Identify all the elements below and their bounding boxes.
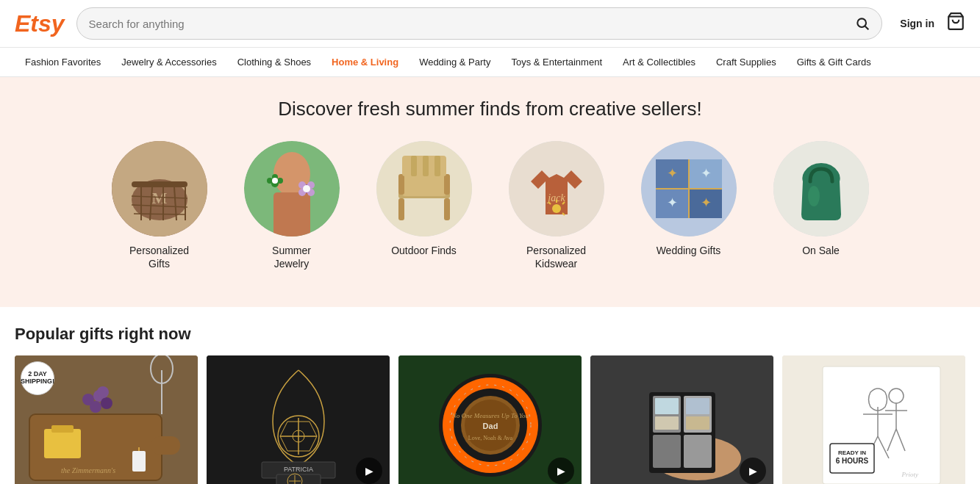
play-button-2[interactable]: ▶	[356, 458, 382, 484]
product-grid: the Zimmermann's 2 DAYSHIPPING!	[0, 355, 980, 484]
svg-rect-104	[684, 435, 712, 468]
svg-point-22	[272, 178, 278, 184]
popular-title: Popular gifts right now	[15, 325, 965, 344]
nav-fashion-favorites[interactable]: Fashion Favorites	[15, 48, 111, 76]
svg-rect-64	[151, 436, 180, 455]
nav-craft-supplies[interactable]: Craft Supplies	[706, 48, 787, 76]
svg-text:the Zimmermann's: the Zimmermann's	[61, 466, 115, 474]
categories-row: M PersonalizedGifts	[15, 141, 965, 292]
svg-text:Love, Noah & Ava: Love, Noah & Ava	[468, 435, 513, 441]
svg-point-71	[97, 386, 109, 398]
svg-text:No One Measures Up To You: No One Measures Up To You	[451, 412, 529, 419]
nav-wedding-party[interactable]: Wedding & Party	[409, 48, 501, 76]
svg-rect-34	[398, 174, 404, 195]
summer-jewelry-image	[244, 141, 340, 236]
svg-text:✦: ✦	[700, 195, 711, 210]
sign-in-button[interactable]: Sign in	[900, 18, 934, 29]
nav-art-collectibles[interactable]: Art & Collectibles	[612, 48, 706, 76]
category-circle-personalized: M	[112, 141, 207, 236]
svg-rect-31	[402, 174, 446, 196]
etsy-logo[interactable]: Etsy	[15, 10, 65, 37]
kidswear-image: jack	[509, 141, 604, 236]
category-circle-outdoor	[376, 141, 472, 236]
svg-rect-103	[653, 435, 681, 468]
category-circle-wedding: ✦ ✦ ✦ ✦	[641, 141, 737, 236]
product-card-3[interactable]: No One Measures Up To You Dad Love, Noah…	[398, 355, 582, 484]
svg-text:PATRICIA: PATRICIA	[284, 466, 313, 473]
svg-text:✦: ✦	[700, 166, 711, 181]
product-image-5: Prioty READY IN 6 HOURS	[782, 355, 965, 484]
search-input[interactable]	[89, 18, 856, 30]
svg-rect-108	[686, 416, 709, 430]
svg-point-69	[90, 401, 101, 413]
svg-text:✦: ✦	[666, 166, 677, 181]
category-personalized-kidswear[interactable]: jack PersonalizedKidswear	[509, 141, 604, 270]
cart-icon	[946, 12, 965, 31]
nav-gifts-gift-cards[interactable]: Gifts & Gift Cards	[787, 48, 881, 76]
svg-rect-38	[423, 156, 429, 176]
play-button-4[interactable]: ▶	[740, 458, 766, 484]
svg-point-42	[552, 204, 561, 213]
svg-rect-107	[686, 398, 709, 414]
play-button-3[interactable]: ▶	[548, 458, 574, 484]
svg-rect-35	[444, 174, 450, 195]
product-card-1[interactable]: the Zimmermann's 2 DAYSHIPPING!	[15, 355, 198, 484]
category-wedding-gifts[interactable]: ✦ ✦ ✦ ✦ Wedding Gifts	[641, 141, 737, 270]
svg-point-70	[101, 397, 112, 409]
svg-rect-72	[44, 429, 81, 458]
search-bar	[76, 7, 883, 40]
svg-text:Dad: Dad	[483, 422, 498, 430]
category-circle-jewelry	[244, 141, 340, 236]
cart-button[interactable]	[946, 12, 965, 35]
popular-section: Popular gifts right now	[0, 307, 980, 344]
svg-rect-75	[132, 451, 146, 472]
nav-home-living[interactable]: Home & Living	[321, 48, 409, 76]
banner-headline: Discover fresh summer finds from creativ…	[15, 98, 965, 120]
category-circle-onsale	[773, 141, 869, 236]
nav-clothing-shoes[interactable]: Clothing & Shoes	[227, 48, 321, 76]
category-on-sale[interactable]: On Sale	[773, 141, 869, 270]
nav-jewelry-accessories[interactable]: Jewelry & Accessories	[111, 48, 226, 76]
wedding-gifts-image: ✦ ✦ ✦ ✦	[641, 141, 737, 236]
svg-rect-84	[276, 474, 321, 484]
category-personalized-gifts[interactable]: M PersonalizedGifts	[112, 141, 207, 270]
product-card-2[interactable]: PATRICIA ▶	[207, 355, 390, 484]
svg-rect-5	[132, 181, 187, 187]
svg-rect-105	[655, 398, 679, 414]
category-label-personalized: PersonalizedGifts	[129, 244, 189, 270]
svg-text:READY IN: READY IN	[838, 449, 866, 456]
product-card-4[interactable]: ▶	[590, 355, 773, 484]
category-label-jewelry: SummerJewelry	[272, 244, 311, 270]
svg-rect-37	[411, 156, 417, 176]
product-card-5[interactable]: Prioty READY IN 6 HOURS	[782, 355, 965, 484]
search-button[interactable]	[855, 16, 870, 31]
search-icon	[855, 16, 870, 31]
svg-line-1	[865, 26, 869, 30]
svg-rect-32	[398, 198, 404, 220]
svg-point-21	[277, 178, 283, 184]
category-circle-kidswear: jack	[509, 141, 604, 236]
header-actions: Sign in	[900, 12, 965, 35]
category-label-wedding: Wedding Gifts	[657, 244, 721, 257]
category-label-onsale: On Sale	[802, 244, 840, 257]
product-svg-5: Prioty READY IN 6 HOURS	[782, 355, 965, 484]
svg-rect-39	[434, 156, 440, 176]
svg-point-0	[858, 18, 867, 27]
svg-rect-33	[444, 198, 450, 220]
svg-rect-73	[51, 425, 74, 433]
nav-toys-entertainment[interactable]: Toys & Entertainment	[501, 48, 612, 76]
svg-text:Prioty: Prioty	[901, 471, 919, 478]
category-label-kidswear: PersonalizedKidswear	[526, 244, 586, 270]
svg-text:6 HOURS: 6 HOURS	[836, 457, 869, 465]
category-label-outdoor: Outdoor Finds	[391, 244, 457, 257]
category-outdoor-finds[interactable]: Outdoor Finds	[376, 141, 472, 270]
on-sale-image	[773, 141, 869, 236]
navigation: Fashion Favorites Jewelry & Accessories …	[0, 48, 980, 77]
svg-point-60	[808, 186, 820, 206]
header: Etsy Sign in	[0, 0, 980, 48]
svg-line-14	[134, 214, 185, 214]
category-summer-jewelry[interactable]: SummerJewelry	[244, 141, 340, 270]
svg-point-20	[267, 178, 273, 184]
personalized-gifts-image: M	[112, 141, 207, 236]
banner: Discover fresh summer finds from creativ…	[0, 77, 980, 307]
